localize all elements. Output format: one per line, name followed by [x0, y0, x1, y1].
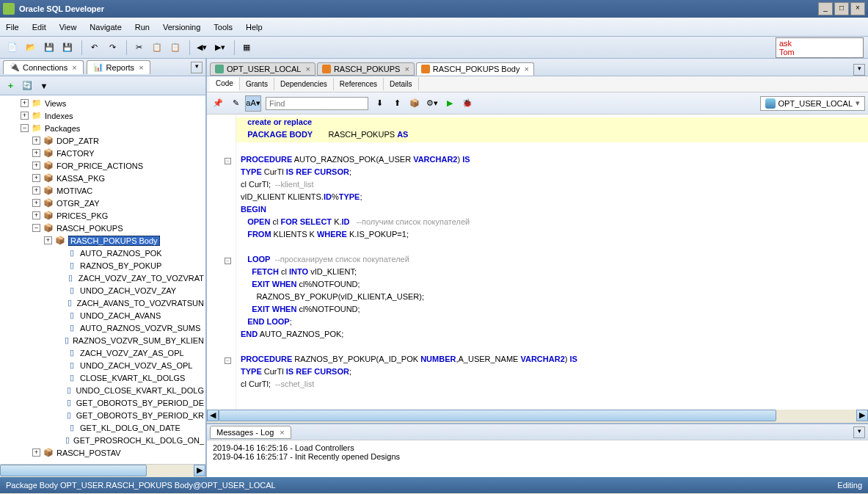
tree-proc[interactable]: ▯AUTO_RAZNOS_VOZVR_SUMS: [1, 322, 204, 334]
view-tab-code[interactable]: Code: [210, 77, 240, 91]
close-icon[interactable]: ×: [72, 63, 76, 72]
tree-pkg-rasch-pokups-body[interactable]: +📦RASCH_POKUPS Body: [1, 234, 204, 247]
fold-icon[interactable]: −: [225, 258, 231, 264]
tree-pkg-otgr-zay[interactable]: +📦OTGR_ZAY: [1, 197, 204, 209]
forward-button[interactable]: ▶▾: [212, 40, 228, 56]
tree-proc[interactable]: ▯RAZNOS_VOZVR_SUM_BY_KLIEN: [1, 334, 204, 346]
tree-pkg-motivac[interactable]: +📦MOTIVAC: [1, 184, 204, 197]
app-icon: [3, 3, 15, 15]
tree-hscrollbar[interactable]: ▶: [0, 464, 205, 477]
debug-button[interactable]: 🐞: [459, 95, 475, 112]
tree-pkg-rasch-pokups[interactable]: −📦RASCH_POKUPS: [1, 222, 204, 234]
filter-button[interactable]: ▼: [37, 79, 51, 93]
find-prev-button[interactable]: ⬇: [371, 95, 387, 112]
editor-tabs-overflow[interactable]: ▾: [853, 64, 865, 76]
tabs-overflow-button[interactable]: ▾: [191, 62, 203, 73]
tree-proc[interactable]: ▯UNDO_ZACH_VOZV_AS_OPL: [1, 359, 204, 371]
tree-proc[interactable]: ▯GET_OBOROTS_BY_PERIOD_KR: [1, 409, 204, 421]
menu-file[interactable]: File: [6, 23, 19, 32]
new-connection-button[interactable]: ＋: [3, 79, 18, 93]
redo-button[interactable]: ↷: [104, 40, 120, 56]
close-icon[interactable]: ×: [305, 65, 310, 73]
tree-proc[interactable]: ▯ZACH_VOZV_ZAY_TO_VOZVRAT: [1, 272, 204, 284]
close-icon[interactable]: ×: [404, 65, 409, 73]
connections-toolbar: ＋ 🔄 ▼: [0, 76, 205, 95]
database-icon: [765, 98, 776, 109]
tree-pkg-for-price-actions[interactable]: +📦FOR_PRICE_ACTIONS: [1, 159, 204, 172]
code-editor[interactable]: create or replace PACKAGE BODY RASCH_POK…: [236, 115, 868, 410]
tree-packages[interactable]: −📁Packages: [1, 122, 204, 134]
tree-pkg-dop-zatr[interactable]: +📦DOP_ZATR: [1, 134, 204, 147]
tree-proc[interactable]: ▯GET_OBOROTS_BY_PERIOD_DE: [1, 396, 204, 409]
code-gutter: − − −: [207, 115, 236, 410]
fold-icon[interactable]: −: [225, 357, 231, 364]
tree-pkg-kassa[interactable]: +📦KASSA_PKG: [1, 172, 204, 184]
messages-log[interactable]: 2019-04-16 16:25:16 - Load Controllers 2…: [207, 440, 868, 477]
compile-button[interactable]: 📦: [406, 95, 423, 112]
find-next-button[interactable]: ⬆: [389, 95, 405, 112]
menu-run[interactable]: Run: [135, 23, 150, 32]
connections-tree[interactable]: +📁Views +📁Indexes −📁Packages +📦DOP_ZATR …: [0, 95, 205, 464]
view-tab-references[interactable]: References: [334, 78, 384, 90]
view-tab-dependencies[interactable]: Dependencies: [274, 78, 334, 90]
tree-pkg-factory[interactable]: +📦FACTORY: [1, 147, 204, 159]
close-icon[interactable]: ×: [524, 65, 528, 73]
tree-proc[interactable]: ▯UNDO_ZACH_VOZV_ZAY: [1, 284, 204, 297]
menu-navigate[interactable]: Navigate: [90, 23, 121, 32]
menu-tools[interactable]: Tools: [214, 23, 233, 32]
sql-button[interactable]: ▦: [238, 40, 255, 56]
menu-versioning[interactable]: Versioning: [163, 23, 200, 32]
refresh-button[interactable]: 🔄: [20, 79, 34, 93]
tree-pkg-rasch-postav[interactable]: +📦RASCH_POSTAV: [1, 446, 204, 459]
pin-button[interactable]: 📌: [210, 95, 226, 112]
connections-tab[interactable]: 🔌 Connections ×: [3, 60, 84, 74]
cut-button[interactable]: ✂: [131, 40, 147, 56]
gear-button[interactable]: ⚙▾: [424, 95, 440, 112]
case-button[interactable]: aA▾: [245, 95, 261, 112]
view-tab-details[interactable]: Details: [384, 78, 419, 90]
reports-tab[interactable]: 📊 Reports ×: [87, 60, 150, 74]
tree-pkg-prices[interactable]: +📦PRICES_PKG: [1, 209, 204, 222]
editor-tab-rasch-pokups[interactable]: RASCH_POKUPS×: [317, 62, 415, 76]
close-button[interactable]: ×: [850, 2, 865, 15]
editor-tabs: OPT_USER_LOCAL× RASCH_POKUPS× RASCH_POKU…: [207, 59, 868, 76]
undo-button[interactable]: ↶: [86, 40, 102, 56]
menu-help[interactable]: Help: [246, 23, 263, 32]
menu-edit[interactable]: Edit: [32, 23, 46, 32]
fold-icon[interactable]: −: [225, 158, 231, 164]
close-icon[interactable]: ×: [139, 63, 143, 72]
tree-proc[interactable]: ▯UNDO_CLOSE_KVART_KL_DOLG: [1, 384, 204, 396]
editor-tab-rasch-pokups-body[interactable]: RASCH_POKUPS Body×: [416, 62, 534, 76]
menu-view[interactable]: View: [59, 23, 77, 32]
save-button[interactable]: 💾: [41, 40, 57, 56]
paste-button[interactable]: 📋: [167, 40, 183, 56]
edit-button[interactable]: ✎: [227, 95, 244, 112]
tree-proc[interactable]: ▯ZACH_VOZV_ZAY_AS_OPL: [1, 346, 204, 359]
connection-selector[interactable]: OPT_USER_LOCAL▾: [760, 96, 865, 111]
tree-proc[interactable]: ▯GET_PROSROCH_KL_DOLG_ON_: [1, 434, 204, 446]
new-button[interactable]: 📄: [4, 40, 21, 56]
maximize-button[interactable]: □: [834, 2, 849, 15]
copy-button[interactable]: 📋: [149, 40, 165, 56]
tree-views[interactable]: +📁Views: [1, 97, 204, 109]
run-button[interactable]: ▶: [442, 95, 458, 112]
messages-tab[interactable]: Messages - Log×: [210, 426, 291, 439]
view-tab-grants[interactable]: Grants: [240, 78, 274, 90]
code-hscrollbar[interactable]: ◀▶: [207, 410, 868, 423]
tree-proc[interactable]: ▯AUTO_RAZNOS_POK: [1, 247, 204, 259]
save-all-button[interactable]: 💾: [59, 40, 76, 56]
ask-tom-panel[interactable]: askTom: [776, 37, 864, 58]
back-button[interactable]: ◀▾: [194, 40, 210, 56]
tree-indexes[interactable]: +📁Indexes: [1, 109, 204, 122]
minimize-button[interactable]: _: [818, 2, 833, 15]
find-input[interactable]: [266, 97, 368, 110]
tree-proc[interactable]: ▯ZACH_AVANS_TO_VOZVRATSUN: [1, 297, 204, 309]
messages-overflow[interactable]: ▾: [853, 426, 865, 438]
tree-proc[interactable]: ▯RAZNOS_BY_POKUP: [1, 259, 204, 272]
tree-proc[interactable]: ▯UNDO_ZACH_AVANS: [1, 309, 204, 322]
open-button[interactable]: 📂: [23, 40, 39, 56]
tree-proc[interactable]: ▯GET_KL_DOLG_ON_DATE: [1, 421, 204, 434]
close-icon[interactable]: ×: [280, 428, 284, 437]
tree-proc[interactable]: ▯CLOSE_KVART_KL_DOLGS: [1, 371, 204, 384]
editor-tab-opt-user-local[interactable]: OPT_USER_LOCAL×: [210, 62, 316, 76]
